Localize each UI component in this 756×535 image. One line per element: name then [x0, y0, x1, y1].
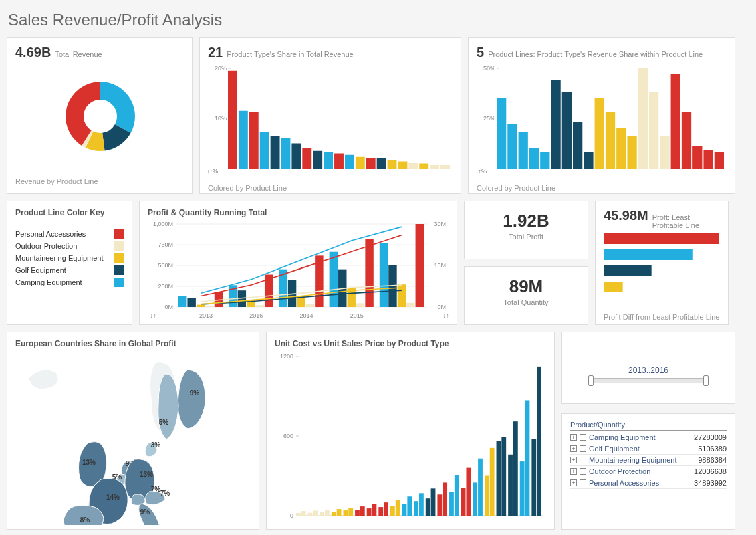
svg-rect-151 — [497, 441, 501, 516]
table-row[interactable]: + Mountaineering Equipment 9886384 — [570, 455, 727, 466]
svg-rect-63 — [178, 296, 186, 307]
svg-rect-24 — [440, 165, 450, 169]
running-chart[interactable]: 0M250M500M750M1,000M0M15M30M201320162014… — [148, 220, 450, 320]
svg-rect-87 — [416, 224, 424, 307]
svg-text:50%: 50% — [483, 65, 495, 72]
svg-rect-22 — [419, 164, 428, 169]
card-profit-diff: 45.98M Proft: Least Profitable Line Prof… — [595, 201, 729, 325]
svg-rect-148 — [478, 459, 483, 516]
row-qty: 12006638 — [694, 467, 727, 475]
svg-rect-130 — [372, 504, 377, 516]
svg-rect-154 — [513, 421, 518, 516]
svg-rect-126 — [348, 508, 353, 516]
table-row[interactable]: + Camping Equipment 27280009 — [570, 432, 727, 443]
legend-item: Outdoor Protection — [15, 241, 124, 251]
svg-text:0M: 0M — [437, 304, 446, 310]
card-profit-qty-running: Profit & Quantity Running Total 0M250M50… — [139, 201, 457, 325]
kpi-total-revenue-value: 4.69B — [15, 45, 51, 60]
checkbox[interactable] — [580, 434, 586, 441]
svg-rect-40 — [616, 128, 626, 169]
svg-rect-35 — [562, 92, 572, 169]
expand-icon[interactable]: + — [570, 457, 577, 463]
checkbox[interactable] — [580, 445, 586, 452]
svg-rect-131 — [378, 507, 383, 516]
unit-cost-price-chart[interactable]: 06001200 — [275, 351, 547, 525]
svg-rect-19 — [388, 160, 397, 169]
svg-rect-96 — [604, 265, 652, 276]
svg-rect-41 — [627, 136, 636, 169]
row-qty: 9886384 — [698, 456, 727, 464]
svg-rect-42 — [638, 68, 648, 169]
svg-rect-32 — [529, 148, 539, 169]
svg-text:9%: 9% — [140, 508, 150, 516]
running-title: Profit & Quantity Running Total — [148, 208, 449, 217]
slider-handle-left[interactable] — [588, 375, 594, 386]
svg-text:250M: 250M — [158, 283, 173, 290]
card-year-slider: 2013..2016 — [561, 332, 735, 404]
svg-rect-36 — [573, 122, 582, 169]
svg-rect-149 — [485, 476, 489, 516]
expand-icon[interactable]: + — [570, 434, 577, 441]
svg-rect-153 — [508, 455, 513, 516]
legend-label: Golf Equipment — [15, 266, 66, 274]
svg-rect-65 — [197, 305, 205, 307]
table-row[interactable]: + Personal Accessories 34893992 — [570, 477, 727, 489]
svg-text:750M: 750M — [158, 241, 173, 248]
checkbox[interactable] — [580, 468, 586, 475]
sort-icon[interactable]: ↓↑% — [207, 168, 218, 175]
svg-rect-10 — [291, 144, 301, 169]
svg-text:14%: 14% — [106, 494, 120, 501]
svg-rect-9 — [281, 138, 291, 169]
checkbox[interactable] — [580, 479, 586, 486]
expand-icon[interactable]: + — [570, 479, 577, 486]
svg-rect-146 — [466, 468, 471, 516]
svg-rect-128 — [360, 506, 365, 516]
card-total-revenue: 4.69B Total Revenue Revenue by Product L… — [7, 37, 193, 194]
ptable-header: Product/Quantity — [570, 421, 727, 431]
svg-rect-136 — [407, 496, 412, 516]
svg-text:2015: 2015 — [350, 312, 364, 319]
sort-icon[interactable]: ↓↑% — [475, 168, 487, 175]
svg-text:13%: 13% — [140, 471, 153, 478]
svg-rect-157 — [531, 439, 536, 516]
total-profit-label: Total Profit — [465, 233, 588, 241]
svg-rect-150 — [490, 448, 495, 516]
svg-rect-94 — [604, 233, 719, 244]
svg-rect-37 — [584, 152, 593, 169]
europe-map[interactable]: 9%5%3%13%9%5%13%7%7%14%9%8% — [15, 351, 252, 525]
bars-share-total[interactable]: 10%20% — [208, 64, 454, 178]
legend-item: Personal Accessories — [15, 229, 124, 239]
bars-share-within[interactable]: 25%50% — [477, 64, 728, 178]
svg-text:7%: 7% — [160, 490, 170, 497]
svg-rect-147 — [473, 482, 477, 516]
svg-rect-158 — [537, 367, 541, 516]
svg-text:15M: 15M — [434, 262, 446, 269]
slider-handle-right[interactable] — [703, 375, 709, 386]
kpi-21-value: 21 — [208, 45, 223, 60]
svg-rect-155 — [520, 461, 525, 516]
ucp-title: Unit Cost vs Unit Sales Price by Product… — [275, 339, 546, 348]
profit-diff-chart[interactable] — [604, 233, 721, 307]
legend-swatch — [114, 229, 124, 239]
svg-rect-121 — [320, 512, 324, 516]
legend-item: Golf Equipment — [15, 265, 124, 275]
svg-rect-17 — [366, 158, 376, 169]
expand-icon[interactable]: + — [570, 445, 577, 452]
svg-rect-15 — [345, 155, 354, 169]
table-row[interactable]: + Outdoor Protection 12006638 — [570, 466, 727, 477]
expand-icon[interactable]: + — [570, 468, 577, 475]
legend-swatch — [114, 278, 124, 287]
svg-rect-86 — [406, 303, 414, 307]
row-label: Outdoor Protection — [589, 467, 650, 475]
svg-rect-140 — [431, 488, 436, 516]
profit-diff-value: 45.98M — [604, 208, 648, 223]
card3-footer: Colored by Product Line — [477, 184, 727, 192]
year-slider[interactable] — [590, 378, 707, 383]
svg-rect-124 — [337, 509, 342, 516]
checkbox[interactable] — [580, 457, 586, 463]
svg-rect-97 — [604, 282, 623, 292]
table-row[interactable]: + Golf Equipment 5106389 — [570, 443, 727, 455]
donut-chart[interactable] — [15, 64, 185, 171]
svg-rect-14 — [334, 154, 344, 169]
svg-text:5%: 5% — [159, 419, 169, 426]
